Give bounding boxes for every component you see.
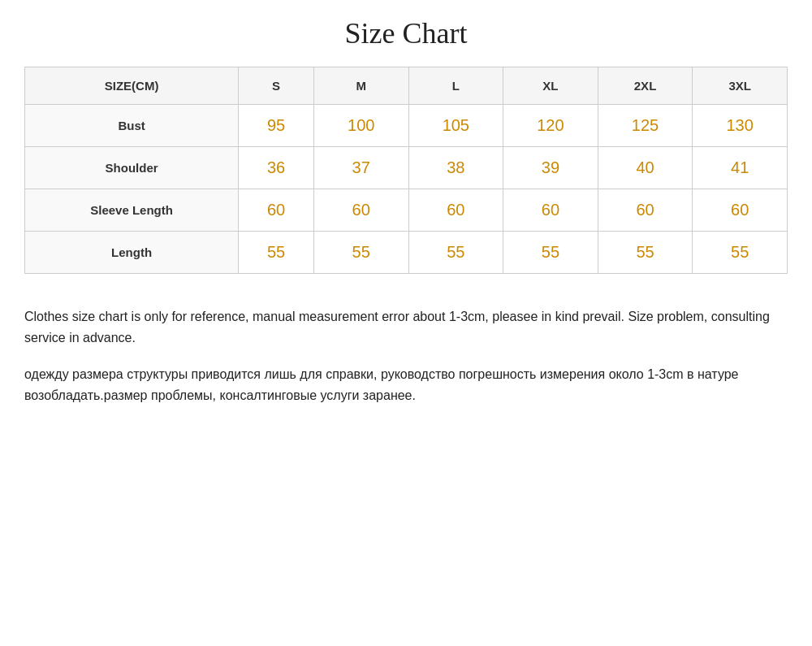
column-header-l: L	[408, 67, 503, 105]
row-label-sleeve-length: Sleeve Length	[25, 189, 239, 232]
table-cell: 40	[598, 147, 693, 189]
table-cell: 95	[239, 105, 314, 147]
notes-section: Clothes size chart is only for reference…	[24, 306, 788, 405]
table-cell: 55	[693, 232, 788, 274]
table-cell: 125	[598, 105, 693, 147]
table-row: Length555555555555	[25, 232, 788, 274]
table-cell: 55	[408, 232, 503, 274]
table-cell: 105	[408, 105, 503, 147]
row-label-bust: Bust	[25, 105, 239, 147]
column-header-xl: XL	[503, 67, 598, 105]
table-cell: 60	[503, 189, 598, 232]
table-cell: 60	[693, 189, 788, 232]
note-russian: одежду размера структуры приводится лишь…	[24, 364, 788, 405]
column-header-2xl: 2XL	[598, 67, 693, 105]
table-cell: 60	[239, 189, 314, 232]
table-cell: 41	[693, 147, 788, 189]
row-label-shoulder: Shoulder	[25, 147, 239, 189]
table-cell: 55	[239, 232, 314, 274]
column-header-m: M	[313, 67, 408, 105]
table-cell: 130	[693, 105, 788, 147]
table-row: Bust95100105120125130	[25, 105, 788, 147]
table-cell: 60	[313, 189, 408, 232]
row-label-length: Length	[25, 232, 239, 274]
table-cell: 55	[598, 232, 693, 274]
size-chart-table: SIZE(CM)SMLXL2XL3XL Bust9510010512012513…	[24, 67, 788, 274]
table-header-row: SIZE(CM)SMLXL2XL3XL	[25, 67, 788, 105]
table-cell: 38	[408, 147, 503, 189]
table-cell: 100	[313, 105, 408, 147]
page-title: Size Chart	[24, 16, 788, 50]
table-cell: 37	[313, 147, 408, 189]
table-cell: 55	[313, 232, 408, 274]
table-cell: 60	[598, 189, 693, 232]
table-cell: 55	[503, 232, 598, 274]
column-header-s: S	[239, 67, 314, 105]
table-row: Shoulder363738394041	[25, 147, 788, 189]
note-english: Clothes size chart is only for reference…	[24, 306, 788, 348]
table-cell: 39	[503, 147, 598, 189]
table-cell: 36	[239, 147, 314, 189]
column-header-3xl: 3XL	[693, 67, 788, 105]
table-cell: 120	[503, 105, 598, 147]
table-cell: 60	[408, 189, 503, 232]
table-row: Sleeve Length606060606060	[25, 189, 788, 232]
column-header-size: SIZE(CM)	[25, 67, 239, 105]
